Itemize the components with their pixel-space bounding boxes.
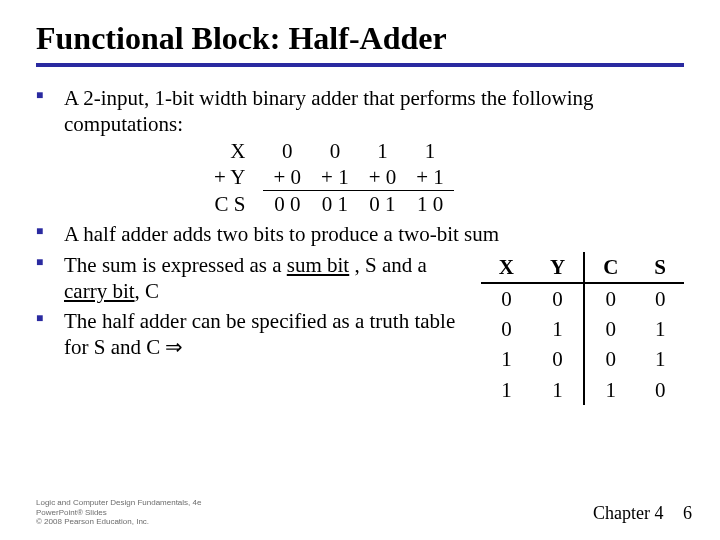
- tt-r2-y: 0: [532, 344, 584, 374]
- tt-r1-c: 0: [584, 314, 636, 344]
- comp-r1c3: 1: [359, 138, 407, 164]
- tt-r0-c: 0: [584, 283, 636, 314]
- bullet-4: The half adder can be specified as a tru…: [36, 308, 469, 361]
- bullet-3-part1: The sum is expressed as a: [64, 253, 287, 277]
- bullet-list-bottom: The sum is expressed as a sum bit , S an…: [36, 252, 469, 361]
- tt-r2-s: 1: [636, 344, 684, 374]
- tt-r3-x: 1: [481, 375, 532, 405]
- comp-row3-label: C S: [204, 191, 263, 218]
- bullet-3-underline2: carry bit: [64, 279, 135, 303]
- bullet-3-part2: , S and a: [349, 253, 427, 277]
- tt-row-2: 1 0 0 1: [481, 344, 684, 374]
- row-with-truth-table: The sum is expressed as a sum bit , S an…: [36, 252, 684, 405]
- tt-head-y: Y: [532, 252, 584, 283]
- tt-r1-x: 0: [481, 314, 532, 344]
- comp-r1c4: 1: [406, 138, 454, 164]
- tt-head-s: S: [636, 252, 684, 283]
- slide: Functional Block: Half-Adder A 2-input, …: [0, 0, 720, 540]
- tt-r2-x: 1: [481, 344, 532, 374]
- comp-r2c4: + 1: [406, 164, 454, 191]
- tt-r3-s: 0: [636, 375, 684, 405]
- tt-r3-y: 1: [532, 375, 584, 405]
- bullet-1: A 2-input, 1-bit width binary adder that…: [36, 85, 684, 217]
- bullet-1-text: A 2-input, 1-bit width binary adder that…: [64, 86, 594, 136]
- comp-r2c1: + 0: [263, 164, 311, 191]
- footer-credits: Logic and Computer Design Fundamentals, …: [36, 498, 201, 526]
- comp-r2c3: + 0: [359, 164, 407, 191]
- bullet-3-underline1: sum bit: [287, 253, 349, 277]
- title-divider: [36, 63, 684, 67]
- tt-r0-s: 0: [636, 283, 684, 314]
- comp-r3c1: 0 0: [263, 191, 311, 218]
- tt-r0-x: 0: [481, 283, 532, 314]
- footer-chapter: Chapter 4: [593, 503, 663, 523]
- comp-r3c2: 0 1: [311, 191, 359, 218]
- comp-r3c3: 0 1: [359, 191, 407, 218]
- tt-row-3: 1 1 1 0: [481, 375, 684, 405]
- comp-row2-label: + Y: [204, 164, 263, 191]
- comp-row1-label: X: [204, 138, 263, 164]
- tt-r1-s: 1: [636, 314, 684, 344]
- truth-table-wrap: X Y C S 0 0 0 0: [469, 252, 684, 405]
- comp-r1c1: 0: [263, 138, 311, 164]
- footer-page: Chapter 4 6: [593, 503, 692, 524]
- truth-table: X Y C S 0 0 0 0: [481, 252, 684, 405]
- bullet-3: The sum is expressed as a sum bit , S an…: [36, 252, 469, 305]
- bullet-3-part3: , C: [135, 279, 160, 303]
- footer-line3: © 2008 Pearson Education, Inc.: [36, 517, 201, 526]
- left-bullets: The sum is expressed as a sum bit , S an…: [36, 252, 469, 365]
- footer-line1: Logic and Computer Design Fundamentals, …: [36, 498, 201, 507]
- tt-r1-y: 1: [532, 314, 584, 344]
- bullet-2: A half adder adds two bits to produce a …: [36, 221, 684, 247]
- tt-row-0: 0 0 0 0: [481, 283, 684, 314]
- tt-r3-c: 1: [584, 375, 636, 405]
- computation-table: X 0 0 1 1 + Y + 0 + 1 + 0 + 1 C S: [204, 138, 454, 218]
- tt-r2-c: 0: [584, 344, 636, 374]
- tt-head-c: C: [584, 252, 636, 283]
- tt-r0-y: 0: [532, 283, 584, 314]
- footer-page-number: 6: [668, 503, 692, 524]
- tt-row-1: 0 1 0 1: [481, 314, 684, 344]
- comp-r3c4: 1 0: [406, 191, 454, 218]
- slide-title: Functional Block: Half-Adder: [36, 20, 684, 57]
- bullet-list-top: A 2-input, 1-bit width binary adder that…: [36, 85, 684, 248]
- footer-line2: PowerPoint® Slides: [36, 508, 201, 517]
- comp-r2c2: + 1: [311, 164, 359, 191]
- content-area: A 2-input, 1-bit width binary adder that…: [36, 85, 684, 405]
- tt-head-x: X: [481, 252, 532, 283]
- comp-r1c2: 0: [311, 138, 359, 164]
